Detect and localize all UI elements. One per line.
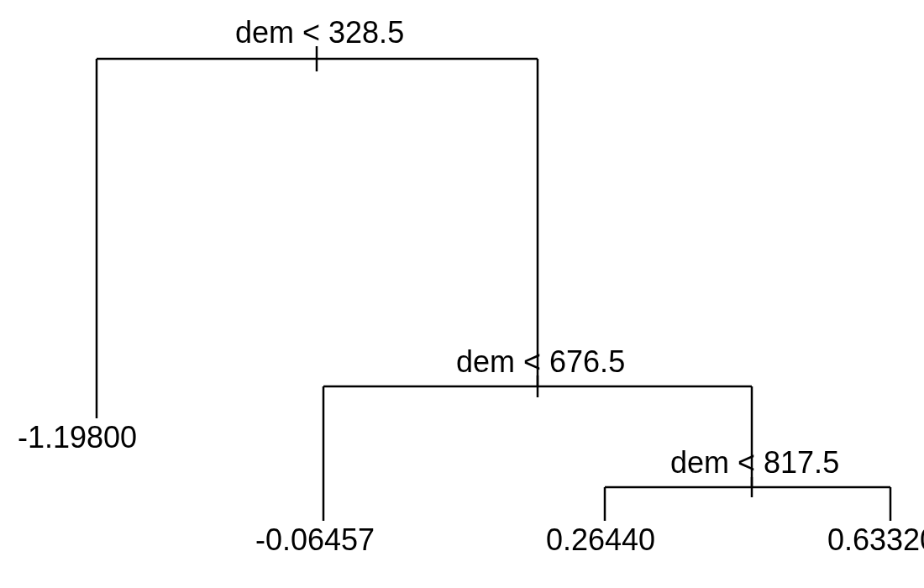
leaf-3-value: -0.06457 (255, 522, 375, 558)
node2-split-label: dem < 676.5 (456, 344, 625, 380)
leaf-5-value: 0.26440 (546, 522, 655, 558)
root-split-label: dem < 328.5 (235, 15, 404, 50)
leaf-1-value: -1.19800 (18, 420, 137, 455)
leaf-6-value: 0.63320 (827, 522, 924, 558)
tree-diagram (0, 0, 924, 588)
node4-split-label: dem < 817.5 (670, 445, 839, 480)
